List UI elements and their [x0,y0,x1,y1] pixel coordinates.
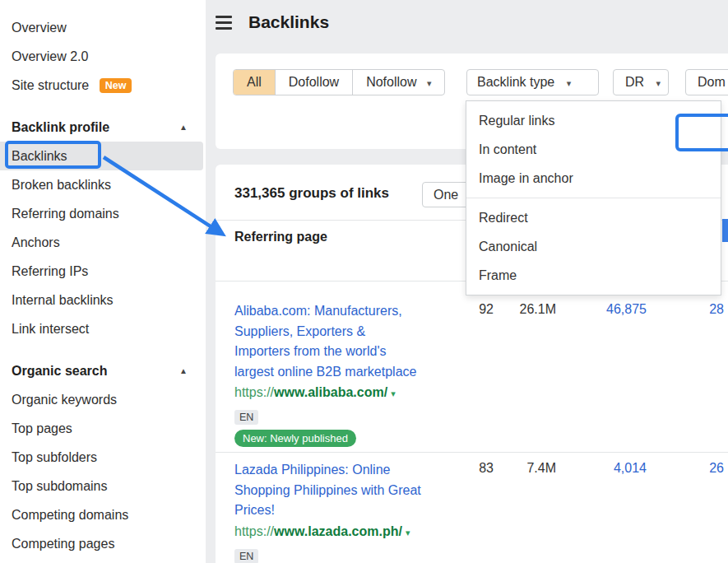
dropdown-item-frame[interactable]: Frame [466,261,721,290]
domain-label: Dom [698,75,726,89]
sidebar-item-referring-ips[interactable]: Referring IPs [0,257,206,286]
section-title: Organic search [12,364,108,378]
dropdown-item-regular-links[interactable]: Regular links [466,106,721,135]
sidebar-item-competing-domains[interactable]: Competing domains [0,500,206,529]
collapse-icon: ▲ [179,356,188,385]
sidebar-item-referring-domains[interactable]: Referring domains [0,199,206,228]
dropdown-item-canonical[interactable]: Canonical [466,232,721,261]
section-title: Backlink profile [12,120,109,134]
sidebar-item-broken-backlinks[interactable]: Broken backlinks [0,170,206,199]
sidebar-item-competing-pages[interactable]: Competing pages [0,529,206,558]
hamburger-menu-icon[interactable] [216,16,232,30]
sidebar-item-top-subdomains[interactable]: Top subdomains [0,472,206,500]
metric-link[interactable]: 46,875 [574,302,647,317]
title-line: Shopping Philippines with Great [234,481,483,501]
title-line: Prices! [234,500,483,521]
metric-link[interactable]: 26 [660,461,724,476]
url-scheme: https:// [234,524,274,538]
title-line: Suppliers, Exporters & [234,322,483,342]
metric-value: 92 [438,302,494,317]
sidebar-item-site-structure[interactable]: Site structure New [0,71,206,100]
backlink-type-label: Backlink type [477,75,554,89]
sidebar-item-overview-2-0[interactable]: Overview 2.0 [0,42,206,71]
referring-page-url[interactable]: https://www.lazada.com.ph/▾ [234,522,483,542]
new-badge: New [100,78,132,93]
filter-dofollow-button[interactable]: Dofollow [275,70,352,95]
dr-label: DR [625,75,644,89]
title-line: Importers from the world's [234,342,483,362]
url-caret-icon[interactable]: ▾ [391,389,396,398]
url-domain: www.alibaba.com/ [274,385,387,399]
sidebar-item-top-pages[interactable]: Top pages [0,414,206,443]
backlink-type-dropdown-menu: Regular links In content Image in anchor… [466,100,721,295]
url-caret-icon[interactable]: ▾ [406,528,410,537]
sidebar-item-backlinks[interactable]: Backlinks [0,142,203,170]
sidebar-item-anchors[interactable]: Anchors [0,228,206,257]
dropdown-item-image-in-anchor[interactable]: Image in anchor [466,164,721,193]
filter-nofollow-button[interactable]: Nofollow ▾ [352,70,444,95]
sidebar-item-overview[interactable]: Overview [0,13,206,42]
metric-value: 83 [438,461,494,476]
sidebar-item-top-subfolders[interactable]: Top subfolders [0,443,206,472]
url-scheme: https:// [234,385,274,399]
sidebar-section-organic-search[interactable]: Organic search ▲ [0,356,206,385]
referring-page-url[interactable]: https://www.alibaba.com/▾ [234,383,483,403]
metric-link[interactable]: 4,014 [574,461,647,476]
sidebar-section-backlink-profile[interactable]: Backlink profile ▲ [0,113,206,142]
dr-filter-button[interactable]: DR ▾ [613,69,669,95]
chevron-down-icon: ▾ [427,78,432,88]
dropdown-item-in-content[interactable]: In content [466,135,721,164]
sidebar-item-organic-keywords[interactable]: Organic keywords [0,385,206,414]
sidebar-item-label: Site structure [12,78,89,92]
results-count: 331,365 groups of links [234,185,389,202]
language-badge: EN [234,549,258,563]
metric-value: 7.4M [500,461,556,476]
metric-value: 26.1M [500,302,556,317]
sidebar-item-link-intersect[interactable]: Link intersect [0,314,206,343]
backlink-type-filter-button[interactable]: Backlink type ▾ [466,69,599,95]
filter-nofollow-label: Nofollow [366,75,416,89]
table-row: Alibaba.com: Manufacturers, Suppliers, E… [234,301,483,447]
chevron-down-icon: ▾ [567,78,572,88]
title-line: largest online B2B marketplace [234,362,483,383]
metric-link[interactable]: 28 [660,302,724,317]
dropdown-divider [466,198,721,198]
dropdown-item-redirect[interactable]: Redirect [466,203,721,232]
domain-filter-button[interactable]: Dom [685,69,728,95]
collapse-icon: ▲ [179,113,188,142]
divider [216,452,728,453]
page-title: Backlinks [248,12,329,32]
newly-published-badge: New: Newly published [234,430,356,447]
filter-all-button[interactable]: All [234,70,275,95]
sidebar-item-internal-backlinks[interactable]: Internal backlinks [0,286,206,314]
chevron-down-icon: ▾ [656,78,661,88]
sidebar: Overview Overview 2.0 Site structure New… [0,0,206,563]
url-domain: www.lazada.com.ph/ [274,524,402,538]
language-badge: EN [234,410,258,425]
clipped-blue-element [722,219,728,242]
follow-filter-segmented-control: All Dofollow Nofollow ▾ [233,69,445,95]
column-header-referring-page[interactable]: Referring page [234,230,327,244]
